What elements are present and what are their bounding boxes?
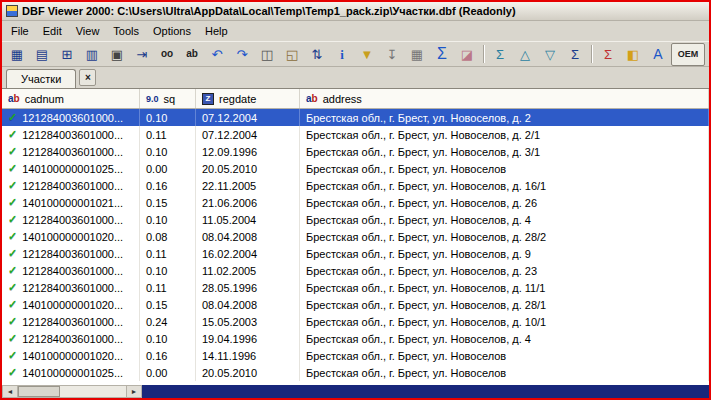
- table-row[interactable]: ✓121284003601000...0.1128.05.1996Брестск…: [2, 279, 709, 296]
- table-row[interactable]: ✓121284003601000...0.2415.05.2003Брестск…: [2, 313, 709, 330]
- table-structure-button[interactable]: ▦: [5, 43, 29, 66]
- cell-cadnum: ✓140100000001020...: [2, 296, 140, 313]
- cell-cadnum: ✓140100000001025...: [2, 364, 140, 381]
- info-button[interactable]: i: [330, 43, 354, 66]
- cell-text: 140100000001025...: [22, 163, 123, 175]
- cell-address: Брестская обл., г. Брест, ул. Новоселов,…: [300, 279, 709, 296]
- table-row[interactable]: ✓140100000001020...0.1508.04.2008Брестск…: [2, 296, 709, 313]
- statistics-max-button[interactable]: △: [513, 43, 537, 66]
- cell-sq: 0.11: [140, 279, 196, 296]
- scrollbar-track[interactable]: [18, 386, 126, 397]
- cell-sq: 0.10: [140, 262, 196, 279]
- menu-help[interactable]: Help: [198, 22, 235, 40]
- table-row[interactable]: ✓121284003601000...0.1011.02.2005Брестск…: [2, 262, 709, 279]
- check-icon: ✓: [8, 281, 17, 294]
- copy-button[interactable]: ◫: [255, 43, 279, 66]
- cell-address: Брестская обл., г. Брест, ул. Новоселов,…: [300, 330, 709, 347]
- scrollbar-thumb[interactable]: [18, 386, 60, 397]
- bottom-fill: [142, 385, 709, 398]
- table-row[interactable]: ✓121284003601000...0.1007.12.2004Брестск…: [2, 109, 709, 126]
- pin-button[interactable]: ↧: [380, 43, 404, 66]
- pin-icon: ↧: [387, 48, 398, 61]
- colors-button[interactable]: ◧: [621, 43, 645, 66]
- oem-charset-icon: OEM: [678, 50, 699, 59]
- cell-text: 0.10: [146, 112, 167, 124]
- statistics-total-button[interactable]: Σ: [563, 43, 587, 66]
- table-row[interactable]: ✓140100000001021...0.1521.06.2006Брестск…: [2, 194, 709, 211]
- cell-sq: 0.00: [140, 364, 196, 381]
- scroll-right-icon[interactable]: ►: [126, 386, 141, 397]
- cell-text: 0.15: [146, 299, 167, 311]
- tab-close-button[interactable]: ×: [79, 69, 96, 86]
- cell-text: 0.11: [146, 282, 167, 294]
- column-header-cadnum[interactable]: abcadnum: [2, 89, 140, 108]
- table-row[interactable]: ✓121284003601000...0.1012.09.1996Брестск…: [2, 143, 709, 160]
- cell-sq: 0.15: [140, 194, 196, 211]
- table-row[interactable]: ✓121284003601000...0.1107.12.2004Брестск…: [2, 126, 709, 143]
- scroll-left-icon[interactable]: ◄: [3, 386, 18, 397]
- cell-text: 0.10: [146, 146, 167, 158]
- table-row[interactable]: ✓140100000001025...0.0020.05.2010Брестск…: [2, 160, 709, 177]
- menu-options[interactable]: Options: [146, 22, 198, 40]
- font-button[interactable]: A: [646, 43, 670, 66]
- grid-view-button[interactable]: ▦: [405, 43, 429, 66]
- column-header-address[interactable]: abaddress: [300, 89, 709, 108]
- tab-uchastki[interactable]: Участки: [6, 69, 76, 88]
- view-records-button[interactable]: ▤: [30, 43, 54, 66]
- redo-button[interactable]: ↷: [230, 43, 254, 66]
- cell-text: 0.00: [146, 367, 167, 379]
- table-row[interactable]: ✓121284003601000...0.1116.02.2004Брестск…: [2, 245, 709, 262]
- undo-button[interactable]: ↶: [205, 43, 229, 66]
- check-icon: ✓: [8, 111, 17, 124]
- cell-cadnum: ✓140100000001025...: [2, 160, 140, 177]
- add-record-button[interactable]: ⊞: [55, 43, 79, 66]
- horizontal-scrollbar[interactable]: ◄ ►: [2, 385, 142, 398]
- cell-cadnum: ✓140100000001020...: [2, 347, 140, 364]
- cell-regdate: 19.04.1996: [196, 330, 300, 347]
- print-button[interactable]: ▣: [105, 43, 129, 66]
- cell-text: 140100000001020...: [22, 231, 123, 243]
- table-row[interactable]: ✓140100000001020...0.0808.04.2008Брестск…: [2, 228, 709, 245]
- cell-text: 08.04.2008: [202, 299, 257, 311]
- cell-sq: 0.11: [140, 126, 196, 143]
- table-row[interactable]: ✓140100000001020...0.1614.11.1996Брестск…: [2, 347, 709, 364]
- export-button[interactable]: ⇥: [130, 43, 154, 66]
- table-row[interactable]: ✓121284003601000...0.1011.05.2004Брестск…: [2, 211, 709, 228]
- cell-text: 20.05.2010: [202, 367, 257, 379]
- sort-button[interactable]: ⇅: [305, 43, 329, 66]
- filter-button[interactable]: ▼: [355, 43, 379, 66]
- sum-button[interactable]: Σ: [430, 43, 454, 66]
- menu-tools[interactable]: Tools: [106, 22, 146, 40]
- view-records-icon: ▤: [36, 48, 48, 61]
- cell-text: 0.16: [146, 180, 167, 192]
- oem-charset-button[interactable]: OEM: [671, 43, 705, 66]
- paste-button[interactable]: ◱: [280, 43, 304, 66]
- cell-sq: 0.11: [140, 245, 196, 262]
- table-row[interactable]: ✓121284003601000...0.1019.04.1996Брестск…: [2, 330, 709, 347]
- statistics-min-button[interactable]: ▽: [538, 43, 562, 66]
- cell-sq: 0.16: [140, 347, 196, 364]
- cell-text: Брестская обл., г. Брест, ул. Новоселов,…: [306, 299, 546, 311]
- find-icon: oo: [161, 49, 173, 59]
- delete-record-button[interactable]: ▥: [80, 43, 104, 66]
- replace-button[interactable]: ab: [180, 43, 204, 66]
- check-icon: ✓: [8, 162, 17, 175]
- statistics-sum-button[interactable]: Σ: [488, 43, 512, 66]
- check-icon: ✓: [8, 315, 17, 328]
- cell-text: 121284003601000...: [22, 248, 123, 260]
- find-button[interactable]: oo: [155, 43, 179, 66]
- column-header-sq[interactable]: 9.0sq: [140, 89, 196, 108]
- table-row[interactable]: ✓140100000001025...0.0020.05.2010Брестск…: [2, 364, 709, 381]
- table-row[interactable]: ✓121284003601000...0.1622.11.2005Брестск…: [2, 177, 709, 194]
- check-icon: ✓: [8, 179, 17, 192]
- cell-text: 121284003601000...: [22, 146, 123, 158]
- menu-file[interactable]: File: [4, 22, 36, 40]
- clear-button[interactable]: ◪: [455, 43, 479, 66]
- column-header-regdate[interactable]: Zregdate: [196, 89, 300, 108]
- menu-edit[interactable]: Edit: [36, 22, 69, 40]
- cell-address: Брестская обл., г. Брест, ул. Новоселов,…: [300, 296, 709, 313]
- cell-text: 0.24: [146, 316, 167, 328]
- menu-view[interactable]: View: [69, 22, 107, 40]
- query-statistics-button[interactable]: Σ: [596, 43, 620, 66]
- title-bar[interactable]: DBF Viewer 2000: C:\Users\Ultra\AppData\…: [2, 2, 709, 21]
